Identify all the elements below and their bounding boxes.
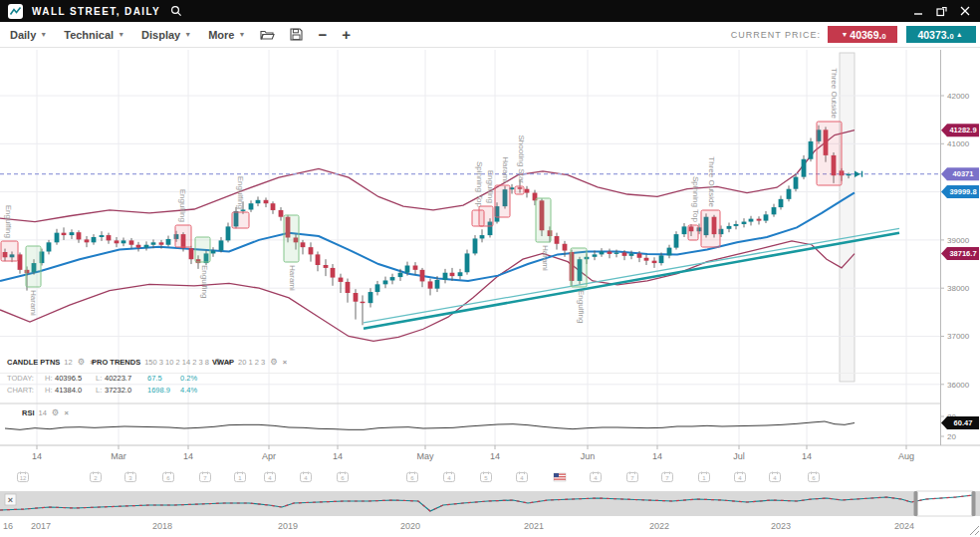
candle[interactable] — [151, 242, 156, 244]
candle[interactable] — [787, 189, 792, 199]
gear-icon[interactable]: ⚙ — [52, 407, 60, 417]
candle[interactable] — [309, 247, 314, 254]
gear-icon[interactable]: ⚙ — [78, 357, 86, 367]
candle[interactable] — [115, 240, 120, 243]
candle[interactable] — [458, 272, 463, 276]
calendar-event-icon[interactable]: 4 — [517, 472, 528, 482]
candle[interactable] — [659, 255, 664, 263]
candle[interactable] — [92, 237, 97, 242]
candle[interactable] — [682, 226, 687, 234]
pattern-box-three-outside[interactable] — [701, 210, 720, 247]
candle[interactable] — [211, 251, 216, 254]
menu-more[interactable]: More▼ — [208, 29, 245, 41]
save-icon[interactable] — [290, 28, 303, 41]
latest-bars-highlight-region[interactable] — [840, 53, 855, 382]
pattern-box-engulfing[interactable] — [1, 241, 18, 261]
candle[interactable] — [226, 226, 231, 240]
zoom-out-button[interactable]: − — [318, 27, 327, 42]
candle[interactable] — [398, 273, 403, 277]
price-chart-canvas[interactable]: EngulfingHaramiEngulfingEngulfingEngulfi… — [0, 48, 980, 537]
candle[interactable] — [122, 240, 126, 243]
pattern-box-harami[interactable] — [536, 198, 551, 242]
calendar-event-icon[interactable]: 6 — [338, 472, 349, 482]
popout-icon[interactable] — [936, 6, 947, 17]
candle[interactable] — [734, 224, 739, 226]
candle[interactable] — [129, 240, 134, 244]
candle[interactable] — [764, 214, 769, 220]
candle[interactable] — [136, 245, 141, 248]
calendar-event-icon[interactable]: 7 — [662, 472, 673, 482]
candle[interactable] — [85, 239, 90, 242]
calendar-event-icon[interactable]: 12 — [18, 472, 29, 482]
candle[interactable] — [301, 242, 306, 247]
candle[interactable] — [637, 253, 642, 257]
candle[interactable] — [435, 280, 440, 289]
candle[interactable] — [608, 251, 612, 253]
calendar-event-icon[interactable]: 4 — [591, 472, 602, 482]
candle[interactable] — [652, 261, 657, 263]
close-icon[interactable] — [960, 6, 970, 16]
candle[interactable] — [847, 174, 852, 175]
candle[interactable] — [361, 302, 366, 303]
candle[interactable] — [629, 253, 634, 255]
candle[interactable] — [802, 159, 807, 177]
calendar-event-icon[interactable]: 4 — [444, 472, 455, 482]
calendar-event-icon[interactable]: 5 — [481, 472, 492, 482]
candle[interactable] — [757, 219, 762, 221]
pattern-box-engulfing[interactable] — [232, 212, 249, 228]
candle[interactable] — [727, 226, 732, 229]
calendar-event-icon[interactable]: 6 — [809, 472, 820, 482]
calendar-event-icon[interactable]: 7 — [200, 472, 211, 482]
candle[interactable] — [809, 141, 814, 159]
candle[interactable] — [779, 199, 784, 207]
candle[interactable] — [346, 282, 351, 293]
candle[interactable] — [473, 238, 478, 253]
candle[interactable] — [772, 207, 777, 214]
pattern-box-engulfing[interactable] — [479, 206, 493, 226]
calendar-event-icon[interactable]: 3 — [125, 472, 136, 482]
candle[interactable] — [428, 281, 433, 288]
candle[interactable] — [405, 265, 410, 272]
candle[interactable] — [563, 244, 568, 251]
pattern-box-harami[interactable] — [26, 246, 41, 287]
calendar-event-icon[interactable]: 6 — [407, 472, 418, 482]
pattern-box-shooting-star[interactable] — [515, 186, 524, 194]
candle[interactable] — [271, 203, 276, 210]
candle[interactable] — [450, 273, 455, 276]
candle[interactable] — [465, 253, 470, 272]
candle[interactable] — [47, 242, 52, 251]
navigator-selection-window[interactable] — [916, 491, 973, 516]
pattern-box-spinning-top[interactable] — [688, 225, 698, 240]
calendar-event-icon[interactable]: 4 — [265, 472, 276, 482]
candle[interactable] — [354, 293, 359, 302]
calendar-event-icon[interactable]: 4 — [735, 472, 746, 482]
candle[interactable] — [189, 248, 194, 259]
candle[interactable] — [107, 235, 112, 240]
candle[interactable] — [614, 252, 619, 253]
navigator-right-handle[interactable] — [972, 491, 976, 516]
candle[interactable] — [794, 177, 799, 189]
buy-price-button[interactable]: 40373.0▲ — [906, 26, 976, 43]
pattern-box-engulfing[interactable] — [175, 225, 191, 247]
candle[interactable] — [219, 240, 224, 250]
candle[interactable] — [593, 254, 598, 256]
calendar-event-icon[interactable]: 4 — [301, 472, 312, 482]
candle[interactable] — [420, 270, 425, 282]
gear-icon[interactable]: ⚙ — [270, 357, 278, 367]
candle[interactable] — [413, 265, 418, 269]
menu-technical[interactable]: Technical▼ — [64, 29, 124, 41]
candle[interactable] — [62, 233, 67, 235]
candle[interactable] — [480, 235, 485, 238]
candle[interactable] — [383, 280, 388, 284]
candle[interactable] — [674, 234, 679, 248]
calendar-event-icon[interactable]: 1 — [699, 472, 710, 482]
candle[interactable] — [339, 278, 344, 282]
calendar-event-icon[interactable]: 4 — [770, 472, 781, 482]
candle[interactable] — [331, 268, 336, 278]
candle[interactable] — [390, 277, 395, 280]
navigator-left-handle[interactable] — [914, 491, 918, 516]
open-folder-icon[interactable] — [260, 29, 275, 41]
pattern-box-engulfing[interactable] — [571, 248, 587, 287]
candle[interactable] — [264, 200, 269, 203]
candle[interactable] — [166, 239, 171, 245]
